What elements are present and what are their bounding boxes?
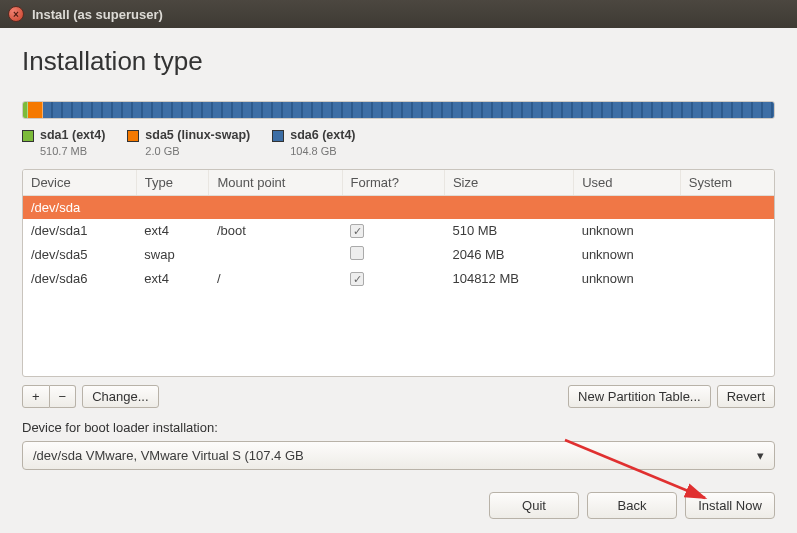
table-cell: 510 MB: [444, 219, 573, 242]
quit-button[interactable]: Quit: [489, 492, 579, 519]
table-cell: 104812 MB: [444, 267, 573, 290]
table-cell: 2046 MB: [444, 242, 573, 267]
table-cell: [574, 196, 681, 220]
table-cell: unknown: [574, 242, 681, 267]
column-header[interactable]: Used: [574, 170, 681, 196]
partition-bar: [22, 101, 775, 119]
install-now-button[interactable]: Install Now: [685, 492, 775, 519]
add-partition-button[interactable]: +: [22, 385, 50, 408]
table-cell: [342, 267, 444, 290]
bootloader-dropdown[interactable]: /dev/sda VMware, VMware Virtual S (107.4…: [22, 441, 775, 470]
table-cell: [444, 196, 573, 220]
legend-swatch: [22, 130, 34, 142]
table-cell: /dev/sda: [23, 196, 136, 220]
table-cell: /dev/sda6: [23, 267, 136, 290]
table-row[interactable]: /dev/sda1ext4/boot510 MBunknown: [23, 219, 774, 242]
table-cell: /dev/sda5: [23, 242, 136, 267]
column-header[interactable]: Mount point: [209, 170, 342, 196]
legend-size: 104.8 GB: [290, 145, 336, 157]
table-cell: [680, 242, 774, 267]
revert-button[interactable]: Revert: [717, 385, 775, 408]
content: Installation type sda1 (ext4)510.7 MBsda…: [0, 28, 797, 533]
table-cell: [209, 196, 342, 220]
table-cell: ext4: [136, 219, 209, 242]
new-partition-table-button[interactable]: New Partition Table...: [568, 385, 711, 408]
change-partition-button[interactable]: Change...: [82, 385, 158, 408]
table-row[interactable]: /dev/sda: [23, 196, 774, 220]
legend-name: sda5 (linux-swap): [145, 128, 250, 142]
page-title: Installation type: [22, 46, 775, 77]
table-cell: [209, 242, 342, 267]
bootloader-label: Device for boot loader installation:: [22, 420, 775, 435]
legend-name: sda6 (ext4): [290, 128, 355, 142]
table-cell: [342, 242, 444, 267]
window-title: Install (as superuser): [32, 7, 163, 22]
table-cell: [342, 219, 444, 242]
close-icon[interactable]: ×: [8, 6, 24, 22]
column-header[interactable]: Device: [23, 170, 136, 196]
table-cell: swap: [136, 242, 209, 267]
titlebar: × Install (as superuser): [0, 0, 797, 28]
footer: Quit Back Install Now: [22, 492, 775, 519]
table-cell: [680, 196, 774, 220]
table-row[interactable]: /dev/sda6ext4/104812 MBunknown: [23, 267, 774, 290]
format-checkbox[interactable]: [350, 224, 364, 238]
legend-item: sda5 (linux-swap)2.0 GB: [127, 128, 250, 159]
table-cell: [342, 196, 444, 220]
legend-item: sda6 (ext4)104.8 GB: [272, 128, 355, 159]
legend-size: 510.7 MB: [40, 145, 87, 157]
format-checkbox[interactable]: [350, 272, 364, 286]
installer-window: { "titlebar": { "title": "Install (as su…: [0, 0, 797, 533]
column-header[interactable]: Type: [136, 170, 209, 196]
partition-toolbar: + − Change... New Partition Table... Rev…: [22, 385, 775, 408]
legend-name: sda1 (ext4): [40, 128, 105, 142]
table-cell: ext4: [136, 267, 209, 290]
table-cell: [680, 267, 774, 290]
table-cell: /: [209, 267, 342, 290]
chevron-down-icon: ▾: [757, 448, 764, 463]
legend-swatch: [272, 130, 284, 142]
back-button[interactable]: Back: [587, 492, 677, 519]
table-cell: unknown: [574, 219, 681, 242]
remove-partition-button[interactable]: −: [50, 385, 77, 408]
table-cell: [680, 219, 774, 242]
partition-legend: sda1 (ext4)510.7 MBsda5 (linux-swap)2.0 …: [22, 128, 775, 159]
column-header[interactable]: Format?: [342, 170, 444, 196]
table-cell: /dev/sda1: [23, 219, 136, 242]
partition-segment: [28, 102, 43, 118]
partition-table[interactable]: DeviceTypeMount pointFormat?SizeUsedSyst…: [22, 169, 775, 377]
legend-swatch: [127, 130, 139, 142]
bootloader-value: /dev/sda VMware, VMware Virtual S (107.4…: [33, 448, 757, 463]
legend-size: 2.0 GB: [145, 145, 179, 157]
partition-segment: [43, 102, 774, 118]
column-header[interactable]: Size: [444, 170, 573, 196]
table-cell: [136, 196, 209, 220]
table-row[interactable]: /dev/sda5swap2046 MBunknown: [23, 242, 774, 267]
format-checkbox[interactable]: [350, 246, 364, 260]
table-cell: /boot: [209, 219, 342, 242]
legend-item: sda1 (ext4)510.7 MB: [22, 128, 105, 159]
table-cell: unknown: [574, 267, 681, 290]
column-header[interactable]: System: [680, 170, 774, 196]
